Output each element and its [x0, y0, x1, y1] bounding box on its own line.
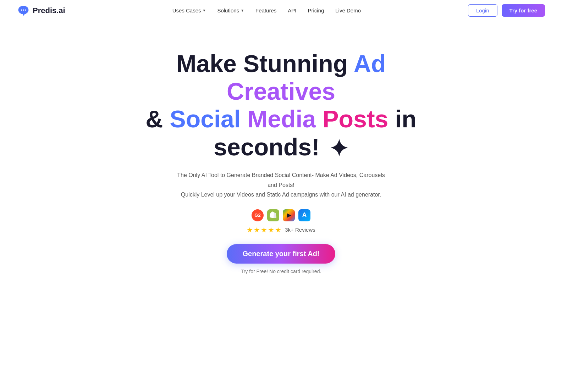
review-count: 3k+ Reviews — [285, 227, 315, 233]
nav-links: Uses Cases ▼ Solutions ▼ Features API Pr… — [172, 7, 361, 13]
shopify-badge — [267, 209, 279, 221]
nav-actions: Login Try for free — [468, 4, 545, 17]
try-for-free-button[interactable]: Try for free — [502, 4, 545, 17]
sparkle-icon: ✦ — [329, 136, 348, 162]
g2-badge: G2 — [252, 209, 264, 221]
chevron-down-icon: ▼ — [241, 9, 244, 12]
svg-point-2 — [23, 9, 24, 11]
generate-ad-button[interactable]: Generate your first Ad! — [227, 244, 335, 264]
cta-note: Try for Free! No credit card required. — [241, 269, 321, 274]
hero-subtitle: The Only AI Tool to Generate Branded Soc… — [175, 170, 387, 199]
hero-section: Make Stunning Ad Creatives & Social Medi… — [0, 21, 562, 296]
nav-features[interactable]: Features — [255, 7, 276, 13]
nav-api[interactable]: API — [288, 7, 296, 13]
logo-link[interactable]: Predis.ai — [17, 4, 65, 17]
logo-text: Predis.ai — [33, 6, 65, 15]
nav-live-demo[interactable]: Live Demo — [335, 7, 361, 13]
svg-point-3 — [25, 9, 26, 11]
google-play-badge: ▶ — [283, 209, 295, 221]
navbar: Predis.ai Uses Cases ▼ Solutions ▼ Featu… — [0, 0, 562, 21]
star-rating: ★★★★★ — [247, 226, 282, 234]
logo-icon — [17, 4, 30, 17]
app-store-badge: A — [298, 209, 310, 221]
hero-title: Make Stunning Ad Creatives & Social Medi… — [121, 50, 441, 162]
nav-solutions[interactable]: Solutions ▼ — [217, 7, 244, 13]
nav-pricing[interactable]: Pricing — [308, 7, 324, 13]
chevron-down-icon: ▼ — [203, 9, 206, 12]
reviews-row: ★★★★★ 3k+ Reviews — [247, 226, 315, 234]
login-button[interactable]: Login — [468, 4, 497, 17]
svg-point-1 — [21, 9, 22, 11]
store-badges: G2 ▶ A — [252, 209, 310, 221]
nav-use-cases[interactable]: Uses Cases ▼ — [172, 7, 206, 13]
